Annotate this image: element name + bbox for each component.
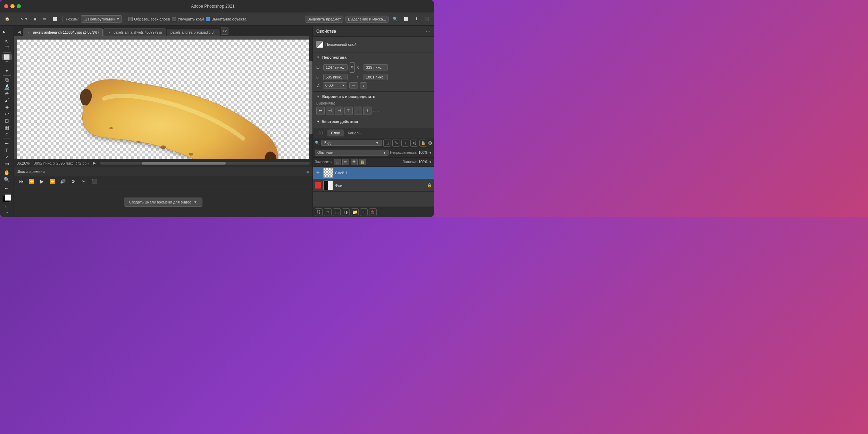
eyedropper-tool[interactable]: 🔬 [2, 84, 12, 90]
more-tools[interactable]: ••• [2, 185, 12, 192]
blend-mode-select[interactable]: Обычные ▼ [315, 150, 389, 156]
x-input[interactable] [364, 64, 388, 70]
height-input[interactable] [323, 74, 348, 80]
lb-link-btn[interactable]: ⛓ [315, 208, 323, 216]
zoom-arrow[interactable]: ▶ [93, 161, 96, 165]
v-scroll-thumb[interactable] [309, 61, 312, 134]
move-tool-btn[interactable]: ↖ ▼ [18, 16, 30, 22]
toggle-view-btn[interactable]: ↔ [2, 209, 12, 216]
lock-artboards-btn[interactable]: ✚ [351, 159, 358, 165]
h-scrollbar[interactable] [100, 162, 310, 165]
move-tool[interactable]: ↖ [2, 38, 12, 44]
mode-dropdown[interactable]: ⬚ Прямоугольник ▼ [81, 15, 122, 23]
background-color[interactable] [5, 194, 11, 201]
eraser-tool[interactable]: ◻ [2, 118, 12, 124]
tab-0-close[interactable]: × [27, 30, 31, 34]
lb-adj-btn[interactable]: ◑ [342, 208, 350, 216]
timeline-play-btn[interactable]: ▶ [37, 178, 47, 185]
lb-delete-btn[interactable]: 🗑 [369, 208, 377, 216]
timeline-back-btn[interactable]: ⏪ [27, 178, 36, 185]
tab-1-close[interactable]: × [107, 30, 111, 34]
checkbox-subtract[interactable]: Вычитание объекта [206, 17, 247, 21]
lb-fx-btn[interactable]: fx [324, 208, 332, 216]
width-input[interactable] [323, 64, 348, 70]
align-more-btn[interactable]: ··· [373, 107, 380, 115]
rp-more-btn[interactable]: ⋯ [426, 28, 431, 34]
lasso-btn[interactable]: ⬜ [50, 16, 59, 22]
hand-tool[interactable]: ✋ [2, 170, 12, 176]
lock-all-btn[interactable]: 🔒 [359, 159, 366, 165]
layer-filter-btn[interactable]: ⬚ [383, 140, 391, 147]
tab-channels[interactable]: Каналы [344, 130, 365, 136]
layer-item-1[interactable]: 👁 Слой 1 [313, 167, 434, 179]
left-expand-btn[interactable]: ▶ [2, 27, 7, 37]
tab-layers[interactable]: Слои [327, 130, 344, 136]
timeline-start-btn[interactable]: ⏮ [17, 178, 26, 185]
cb-subtract[interactable] [206, 17, 210, 21]
layer1-visibility[interactable]: 👁 [315, 170, 321, 176]
tab-2[interactable]: pexels-andrea-piacquadio-3... [167, 29, 219, 36]
timeline-share-btn[interactable]: ⬛ [90, 178, 99, 185]
zoom-tool[interactable]: 🔍 [2, 176, 12, 183]
layer-item-2[interactable]: Фон 🔒 [313, 179, 434, 192]
gradient-tool[interactable]: ▦ [2, 124, 12, 131]
checkbox-all-layers[interactable]: Образец всех слоев [128, 17, 170, 21]
heal-tool[interactable]: ⊕ [2, 90, 12, 97]
tab-1[interactable]: × pexels-anna-shvets-4587979.jpg [103, 28, 166, 36]
home-button[interactable]: 🏠 [3, 16, 12, 22]
timeline-menu-btn[interactable]: ☰ [306, 169, 310, 174]
shape-tool[interactable]: ▭ [2, 160, 12, 167]
quick-select-tool[interactable]: ✦ [2, 68, 12, 74]
layer-type-btn[interactable]: T [401, 140, 409, 147]
perspective-arrow[interactable]: ▼ [316, 55, 320, 59]
lb-new-layer-btn[interactable]: + [360, 208, 368, 216]
history-brush-tool[interactable]: ↩ [2, 111, 12, 117]
path-sel-tool[interactable]: ↗ [2, 154, 12, 160]
search-button[interactable]: 🔍 [391, 16, 400, 22]
align-top-edge-btn[interactable]: ⊤ [344, 107, 353, 115]
crop-tool[interactable]: ⧉ [2, 77, 12, 83]
layers-view-select[interactable]: Вид ▼ [321, 140, 382, 146]
angle-dropdown[interactable]: ▼ [342, 84, 345, 87]
lock-position-btn[interactable]: ✏ [342, 159, 349, 165]
select-mask-button[interactable]: Выделение и маска... [345, 16, 389, 23]
lock-pixels-btn[interactable]: ⬚ [334, 159, 341, 165]
align-right-edge-btn[interactable]: ⊣ [335, 107, 343, 115]
canvas-viewport[interactable] [14, 36, 312, 159]
link-icon[interactable]: ⛓ [350, 62, 354, 73]
checkbox-refine[interactable]: Улучшить край [172, 17, 204, 21]
flip-v-btn[interactable]: ↕ [360, 82, 367, 89]
stamp-tool[interactable]: ◈ [2, 104, 12, 110]
cb-refine[interactable] [172, 17, 176, 21]
tab-0[interactable]: × pexels-andreea-ch-1166648.jpg @ 86,3% … [23, 28, 103, 36]
expand-button[interactable]: ⬛ [422, 16, 431, 22]
ellipse-btn[interactable]: ▭ [41, 16, 48, 22]
angle-input[interactable]: 0,00° ▼ [323, 82, 347, 89]
zoom-button[interactable]: ⬜ [402, 16, 411, 22]
flip-h-btn[interactable]: ↔ [349, 82, 358, 89]
tabs-more-btn[interactable]: >> [221, 27, 228, 35]
text-tool[interactable]: T [2, 147, 12, 153]
layers-panel-menu[interactable]: ⋯ [427, 130, 432, 136]
align-h-center-btn[interactable]: ⊣ [326, 107, 334, 115]
rect-btn[interactable]: ■ [32, 16, 39, 22]
artboard-tool[interactable]: ⬚ [2, 45, 12, 51]
brush-tool[interactable]: 🖌 [2, 97, 12, 103]
opacity-arrow[interactable]: ▼ [429, 151, 432, 155]
timeline-audio-btn[interactable]: 🔊 [58, 178, 67, 185]
lb-mask-btn[interactable]: ⬚ [333, 208, 341, 216]
y-input[interactable] [364, 74, 388, 80]
dodge-tool[interactable]: ○ [2, 131, 12, 137]
share-button[interactable]: ⬆ [413, 16, 420, 22]
qa-arrow[interactable]: ▼ [316, 119, 320, 124]
align-left-edge-btn[interactable]: ⊢ [316, 107, 325, 115]
layer-link-btn[interactable]: ⛓ [410, 140, 418, 147]
layer2-visibility-indicator[interactable] [315, 182, 321, 189]
fill-arrow[interactable]: ▼ [429, 160, 432, 164]
layer-lock-icon-btn[interactable]: 🔒 [419, 140, 427, 147]
align-arrow[interactable]: ▼ [316, 94, 320, 99]
cb-all-layers[interactable] [128, 17, 133, 21]
timeline-cut-btn[interactable]: ✂ [79, 178, 88, 185]
select-subject-button[interactable]: Выделить предмет [305, 16, 343, 23]
align-v-center-btn[interactable]: ⊥ [354, 107, 362, 115]
